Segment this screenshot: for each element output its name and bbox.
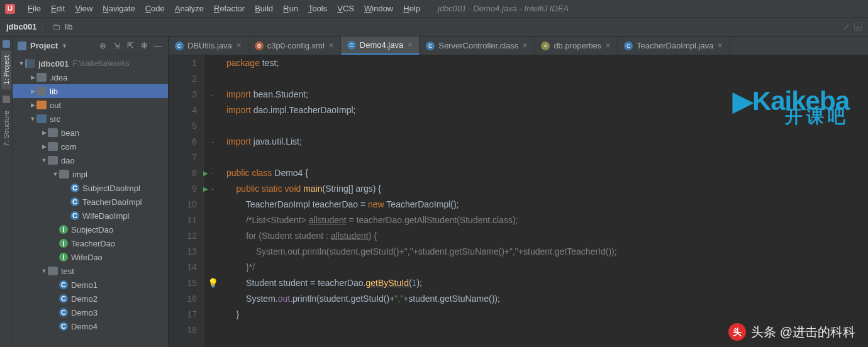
editor-tab[interactable]: ≡db.properties✕: [535, 36, 618, 55]
fold-icon[interactable]: -: [211, 134, 214, 150]
code-line[interactable]: /*List<Student> allstudent = teacherDao.…: [226, 212, 868, 228]
menu-view[interactable]: View: [70, 4, 97, 13]
tree-row[interactable]: test: [13, 264, 168, 278]
code-line[interactable]: }*/: [226, 260, 868, 275]
tree-row[interactable]: CDemo1: [13, 278, 168, 292]
code-line[interactable]: public class Demo4 {: [226, 165, 868, 181]
editor-tab[interactable]: ⚙c3p0-config.xml✕: [248, 36, 341, 55]
menu-file[interactable]: File: [23, 4, 46, 13]
close-icon[interactable]: ✕: [717, 41, 723, 50]
editor-tab[interactable]: CServerController.class✕: [420, 36, 535, 55]
run-gutter-icon[interactable]: ▶: [203, 165, 208, 181]
code-line[interactable]: package test;: [226, 55, 868, 71]
fold-icon[interactable]: -: [211, 181, 214, 197]
chevron-right-icon[interactable]: [40, 143, 48, 150]
close-icon[interactable]: ✕: [236, 41, 242, 50]
menu-analyze[interactable]: Analyze: [170, 4, 209, 13]
chevron-right-icon[interactable]: [29, 88, 36, 94]
chevron-right-icon[interactable]: [29, 102, 36, 108]
breadcrumb-project[interactable]: jdbc001: [6, 22, 36, 31]
chevron-down-icon[interactable]: ▼: [62, 43, 67, 49]
code-line[interactable]: System.out.println(student.getStuId()+",…: [226, 291, 868, 307]
close-icon[interactable]: ✕: [522, 41, 528, 50]
code-line[interactable]: [226, 150, 868, 165]
chevron-down-icon[interactable]: [29, 116, 36, 122]
gear-icon[interactable]: ✻: [139, 41, 149, 51]
menu-window[interactable]: Window: [359, 4, 398, 13]
project-tree[interactable]: jdbc001F:\kaikeba\works.idealiboutsrcbea…: [13, 55, 168, 347]
chevron-down-icon[interactable]: [40, 157, 48, 163]
close-icon[interactable]: ✕: [407, 41, 413, 49]
breadcrumb-folder[interactable]: lib: [64, 22, 72, 31]
code-line[interactable]: import java.util.List;: [226, 134, 868, 150]
menu-help[interactable]: Help: [398, 4, 425, 13]
menu-run[interactable]: Run: [278, 4, 303, 13]
chevron-right-icon[interactable]: [29, 74, 36, 80]
tree-row[interactable]: ITeacherDao: [13, 236, 168, 250]
editor-tab[interactable]: CDBUtils.java✕: [169, 36, 248, 55]
tree-row[interactable]: com: [13, 140, 168, 153]
tree-row[interactable]: CWifeDaoImpl: [13, 209, 168, 223]
tree-row[interactable]: CDemo4: [13, 319, 168, 333]
tree-row[interactable]: CTeacherDaoImpl: [13, 195, 168, 209]
fold-icon[interactable]: -: [211, 87, 214, 102]
run-gutter-icon[interactable]: ▶: [203, 181, 208, 197]
code-line[interactable]: System.out.println(student.getStuId()+",…: [226, 244, 868, 260]
code-line[interactable]: TeacherDaoImpl teacherDao = new TeacherD…: [226, 197, 868, 212]
code-line[interactable]: public static void main(String[] args) {: [226, 181, 868, 197]
chevron-down-icon[interactable]: [18, 60, 25, 67]
chevron-down-icon[interactable]: [52, 171, 59, 177]
tree-row[interactable]: lib: [13, 84, 168, 98]
structure-tool-icon[interactable]: [3, 96, 10, 103]
menu-edit[interactable]: Edit: [46, 4, 70, 13]
tree-row[interactable]: .idea: [13, 70, 168, 84]
structure-tab[interactable]: 7: Structure: [1, 106, 11, 151]
editor-body[interactable]: 12345678▶9▶101112131415161718 ----💡 pack…: [169, 55, 868, 347]
fold-icon[interactable]: -: [211, 165, 214, 181]
editor-tab[interactable]: CDemo4.java✕: [341, 36, 420, 55]
close-icon[interactable]: ✕: [328, 41, 334, 50]
locate-icon[interactable]: ⟋: [842, 22, 850, 31]
lightbulb-icon[interactable]: 💡: [208, 275, 218, 291]
project-tool-icon[interactable]: [3, 40, 10, 48]
chevron-down-icon[interactable]: [40, 268, 48, 274]
code-line[interactable]: import bean.Student;: [226, 87, 868, 102]
tree-row[interactable]: out: [13, 98, 168, 112]
expand-icon[interactable]: ⇲: [111, 41, 121, 51]
select-opened-icon[interactable]: ⊕: [97, 41, 108, 51]
menu-refactor[interactable]: Refactor: [209, 4, 250, 13]
code-line[interactable]: [226, 322, 868, 338]
sidebar-title[interactable]: Project: [30, 41, 58, 50]
search-icon[interactable]: ⌕: [854, 23, 862, 31]
editor-tab[interactable]: CTeacherDaoImpl.java✕: [618, 36, 730, 55]
tree-row[interactable]: src: [13, 112, 168, 126]
collapse-icon[interactable]: ⇱: [125, 41, 135, 51]
menu-build[interactable]: Build: [250, 4, 278, 13]
tree-row[interactable]: jdbc001F:\kaikeba\works: [13, 57, 168, 70]
tree-row[interactable]: IWifeDao: [13, 250, 168, 264]
code-line[interactable]: [226, 71, 868, 87]
tree-row[interactable]: CDemo2: [13, 292, 168, 306]
tree-row[interactable]: CSubjectDaoImpl: [13, 181, 168, 195]
tree-row[interactable]: bean: [13, 126, 168, 140]
menu-navigate[interactable]: Navigate: [97, 4, 140, 13]
tree-row[interactable]: dao: [13, 153, 168, 167]
menu-vcs[interactable]: VCS: [332, 4, 359, 13]
code-line[interactable]: for (Student student : allstudent) {: [226, 228, 868, 244]
code-content[interactable]: package test;import bean.Student;import …: [221, 55, 868, 347]
editor-area: CDBUtils.java✕⚙c3p0-config.xml✕CDemo4.ja…: [169, 36, 868, 347]
tree-row[interactable]: impl: [13, 167, 168, 181]
chevron-right-icon[interactable]: [40, 129, 48, 136]
code-line[interactable]: }: [226, 307, 868, 322]
menu-code[interactable]: Code: [140, 4, 170, 13]
tree-row[interactable]: CDemo3: [13, 306, 168, 319]
project-tab[interactable]: 1: Project: [1, 50, 11, 89]
tree-row[interactable]: ISubjectDao: [13, 223, 168, 236]
hide-icon[interactable]: —: [153, 41, 163, 51]
breadcrumb[interactable]: jdbc001 〉 🗀 lib: [6, 21, 72, 33]
code-line[interactable]: import dao.impl.TeacherDaoImpl;: [226, 102, 868, 118]
close-icon[interactable]: ✕: [605, 41, 611, 50]
code-line[interactable]: Student student = teacherDao.getByStuId(…: [226, 275, 868, 291]
code-line[interactable]: [226, 118, 868, 134]
menu-tools[interactable]: Tools: [303, 4, 332, 13]
